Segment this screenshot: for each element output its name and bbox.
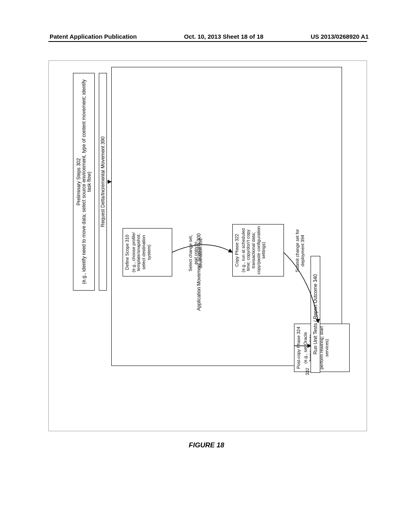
copy-phase-desc: (e.g., run at scheduled time; copy/don't… <box>241 226 266 274</box>
define-scope-desc: (e.g., choose profile/ template/snapshot… <box>131 230 152 274</box>
post-copy-phase-box: Post-copy Phase 324 (e.g., set Oracle ho… <box>294 324 350 372</box>
submit-change-set-label: Submit change set for deployment 394 <box>295 227 305 274</box>
application-movement-scenario-box <box>111 67 342 366</box>
define-scope-title: Define Scope 310 <box>125 230 130 274</box>
header-sheet: Oct. 10, 2013 Sheet 18 of 18 <box>184 33 263 40</box>
request-delta-box: Request Delta/Incremental Movement 390 <box>99 73 107 291</box>
figure-stage: Preliminary Steps 302 (e.g., identify ne… <box>48 60 367 431</box>
post-copy-phase-title: Post-copy Phase 324 <box>296 326 301 370</box>
header-publication: Patent Application Publication <box>50 33 137 40</box>
preliminary-steps-box: Preliminary Steps 302 (e.g., identify ne… <box>73 73 95 291</box>
page-header: Patent Application Publication Oct. 10, … <box>0 33 413 40</box>
figure-number-label: FIGURE 18 <box>0 441 413 449</box>
preliminary-steps-title: Preliminary Steps 302 <box>76 75 81 289</box>
ref-num-332: 332 <box>305 368 310 375</box>
copy-phase-box: Copy Phase 322 (e.g., run at scheduled t… <box>232 224 284 276</box>
copy-phase-title: Copy Phase 322 <box>234 226 240 274</box>
header-rule <box>48 41 367 42</box>
preliminary-steps-desc: (e.g., identify need to move data; selec… <box>81 75 92 289</box>
define-scope-box: Define Scope 310 (e.g., choose profile/ … <box>123 228 172 276</box>
header-docnum: US 2013/0268920 A1 <box>311 33 369 40</box>
run-unit-tests-box: Run Unit Tests / Report Outcome 340 <box>311 256 320 373</box>
select-change-set-label: Select change set, and copy to destinati… <box>188 232 203 274</box>
